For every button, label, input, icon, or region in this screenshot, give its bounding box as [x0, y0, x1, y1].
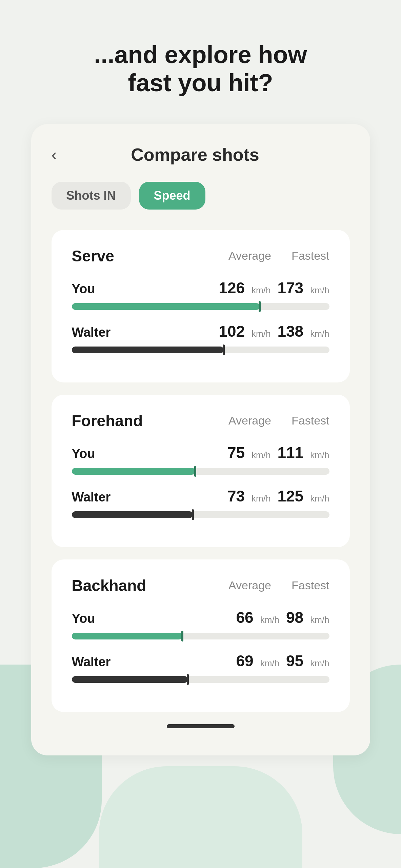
bar-track-walter-forehand — [72, 511, 329, 518]
shot-card-backhand: Backhand Average Fastest You 66 km/h 98 … — [52, 559, 350, 712]
bar-marker-walter-serve — [223, 344, 225, 355]
player-name-you-backhand: You — [72, 611, 95, 626]
player-name-walter-forehand: Walter — [72, 490, 111, 505]
player-row-walter-backhand: Walter 69 km/h 95 km/h — [72, 652, 329, 683]
speed-avg-walter-forehand: 73 — [227, 487, 245, 505]
col-fastest-backhand: Fastest — [292, 579, 329, 592]
player-row-you-serve: You 126 km/h 173 km/h — [72, 279, 329, 310]
speed-avg-walter-serve: 102 — [219, 322, 245, 340]
player-row-you-forehand: You 75 km/h 111 km/h — [72, 443, 329, 475]
speed-avg-walter-backhand: 69 — [236, 652, 253, 670]
tab-shots-in[interactable]: Shots IN — [52, 182, 131, 210]
speed-fastest-you-serve: 173 — [277, 279, 303, 297]
speed-fastest-walter-serve: 138 — [277, 322, 303, 340]
player-row-you-backhand: You 66 km/h 98 km/h — [72, 608, 329, 639]
speed-fastest-walter-backhand: 95 — [286, 652, 303, 670]
col-fastest-serve: Fastest — [292, 249, 329, 262]
shot-card-forehand: Forehand Average Fastest You 75 km/h 111… — [52, 395, 350, 547]
speed-avg-you-forehand: 75 — [227, 443, 245, 462]
bar-fill-you-backhand — [72, 633, 183, 639]
bar-track-walter-backhand — [72, 676, 329, 683]
shot-name-backhand: Backhand — [72, 576, 146, 595]
bg-decoration-bottom — [99, 766, 302, 868]
bar-fill-you-serve — [72, 303, 260, 310]
bar-track-walter-serve — [72, 347, 329, 353]
speed-fastest-you-forehand: 111 — [277, 443, 303, 462]
card-header: ‹ Compare shots — [52, 144, 350, 165]
bar-fill-walter-backhand — [72, 676, 188, 683]
tab-row: Shots IN Speed — [52, 182, 350, 210]
col-labels-serve: Average Fastest — [228, 249, 329, 262]
player-row-walter-serve: Walter 102 km/h 138 km/h — [72, 322, 329, 353]
speed-unit-avg-walter-serve: km/h — [252, 329, 270, 339]
speed-avg-you-serve: 126 — [219, 279, 245, 297]
bar-marker-you-forehand — [194, 466, 196, 477]
col-average-serve: Average — [228, 249, 271, 262]
bottom-indicator — [52, 724, 350, 728]
player-row-walter-forehand: Walter 73 km/h 125 km/h — [72, 487, 329, 518]
col-fastest-forehand: Fastest — [292, 414, 329, 427]
main-card: ‹ Compare shots Shots IN Speed Serve Ave… — [31, 124, 370, 755]
col-labels-forehand: Average Fastest — [228, 414, 329, 427]
page-title: ...and explore how fast you hit? — [65, 41, 336, 97]
bar-marker-walter-forehand — [192, 509, 194, 520]
bar-marker-walter-backhand — [187, 674, 189, 685]
speed-fastest-you-backhand: 98 — [286, 608, 303, 627]
tab-speed[interactable]: Speed — [139, 182, 205, 210]
col-average-forehand: Average — [228, 414, 271, 427]
bar-track-you-backhand — [72, 633, 329, 639]
speed-fastest-walter-forehand: 125 — [277, 487, 303, 505]
bar-marker-you-serve — [259, 301, 261, 312]
scroll-indicator — [167, 724, 235, 728]
speed-unit-fastest-walter-serve: km/h — [310, 329, 329, 339]
player-name-walter-backhand: Walter — [72, 655, 111, 669]
speed-unit-avg-you-serve: km/h — [252, 285, 270, 296]
col-labels-backhand: Average Fastest — [228, 579, 329, 592]
card-title: Compare shots — [70, 144, 320, 165]
bar-track-you-forehand — [72, 468, 329, 475]
bar-fill-walter-serve — [72, 347, 224, 353]
bar-marker-you-backhand — [181, 631, 183, 642]
player-name-you-serve: You — [72, 282, 95, 296]
speed-unit-fastest-you-serve: km/h — [310, 285, 329, 296]
shot-name-serve: Serve — [72, 247, 114, 265]
back-button[interactable]: ‹ — [52, 145, 57, 164]
bar-fill-you-forehand — [72, 468, 196, 475]
shot-card-serve: Serve Average Fastest You 126 km/h 173 k… — [52, 230, 350, 382]
speed-avg-you-backhand: 66 — [236, 608, 253, 627]
player-name-you-forehand: You — [72, 447, 95, 461]
bar-fill-walter-forehand — [72, 511, 193, 518]
player-name-walter-serve: Walter — [72, 325, 111, 340]
shot-name-forehand: Forehand — [72, 412, 143, 430]
col-average-backhand: Average — [228, 579, 271, 592]
bar-track-you-serve — [72, 303, 329, 310]
